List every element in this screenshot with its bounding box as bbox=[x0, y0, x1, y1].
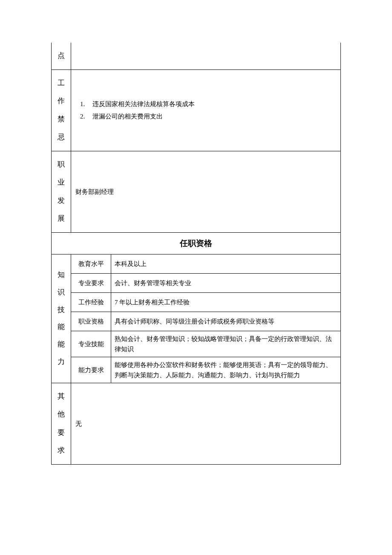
partial-content-cell bbox=[71, 43, 341, 69]
prohibitions-label: 工 作 禁 忌 bbox=[52, 69, 71, 151]
career-label: 职 业 发 展 bbox=[52, 151, 71, 232]
prohibitions-content: 违反国家相关法律法规核算各项成本 泄漏公司的相关费用支出 bbox=[71, 69, 341, 151]
knowledge-row-4: 专业技能 熟知会计、财务管理知识；较知战略管理知识；具备一定的行政管理知识、法律… bbox=[52, 331, 341, 357]
prohibitions-list: 违反国家相关法律法规核算各项成本 泄漏公司的相关费用支出 bbox=[75, 98, 336, 122]
sub-label: 职业资格 bbox=[71, 312, 111, 331]
career-row: 职 业 发 展 财务部副经理 bbox=[52, 151, 341, 232]
other-row: 其 他 要 求 无 bbox=[52, 383, 341, 464]
knowledge-row-2: 工作经验 7 年以上财务相关工作经验 bbox=[52, 292, 341, 312]
job-spec-table: 点 工 作 禁 忌 违反国家相关法律法规核算各项成本 泄漏公司的相关费用支出 职 bbox=[51, 43, 341, 465]
knowledge-row-5: 能力要求 能够使用各种办公室软件和财务软件；能够使用英语；具有一定的领导能力、判… bbox=[52, 357, 341, 383]
sub-label: 教育水平 bbox=[71, 254, 111, 273]
sub-value: 本科及以上 bbox=[111, 254, 341, 273]
knowledge-row-1: 专业要求 会计、财务管理等相关专业 bbox=[52, 273, 341, 292]
prohibitions-row: 工 作 禁 忌 违反国家相关法律法规核算各项成本 泄漏公司的相关费用支出 bbox=[52, 69, 341, 151]
partial-label-cell: 点 bbox=[52, 43, 71, 69]
partial-row: 点 bbox=[52, 43, 341, 69]
sub-value: 会计、财务管理等相关专业 bbox=[111, 273, 341, 292]
sub-value: 具有会计师职称、同等级注册会计师或税务师职业资格等 bbox=[111, 312, 341, 331]
knowledge-row-0: 知 识 技 能 能 力 教育水平 本科及以上 bbox=[52, 254, 341, 273]
list-item: 违反国家相关法律法规核算各项成本 bbox=[86, 98, 336, 110]
list-item: 泄漏公司的相关费用支出 bbox=[86, 110, 336, 123]
knowledge-row-3: 职业资格 具有会计师职称、同等级注册会计师或税务师职业资格等 bbox=[52, 312, 341, 331]
partial-char: 点 bbox=[54, 47, 68, 65]
sub-value: 熟知会计、财务管理知识；较知战略管理知识；具备一定的行政管理知识、法律知识 bbox=[111, 331, 341, 357]
qualifications-header: 任职资格 bbox=[52, 232, 341, 254]
other-content: 无 bbox=[71, 383, 341, 464]
qualifications-header-row: 任职资格 bbox=[52, 232, 341, 254]
sub-value: 能够使用各种办公室软件和财务软件；能够使用英语；具有一定的领导能力、判断与决策能… bbox=[111, 357, 341, 383]
sub-value: 7 年以上财务相关工作经验 bbox=[111, 292, 341, 312]
sub-label: 专业技能 bbox=[71, 331, 111, 357]
knowledge-label: 知 识 技 能 能 力 bbox=[52, 254, 71, 383]
sub-label: 专业要求 bbox=[71, 273, 111, 292]
career-content: 财务部副经理 bbox=[71, 151, 341, 232]
sub-label: 工作经验 bbox=[71, 292, 111, 312]
sub-label: 能力要求 bbox=[71, 357, 111, 383]
other-label: 其 他 要 求 bbox=[52, 383, 71, 464]
